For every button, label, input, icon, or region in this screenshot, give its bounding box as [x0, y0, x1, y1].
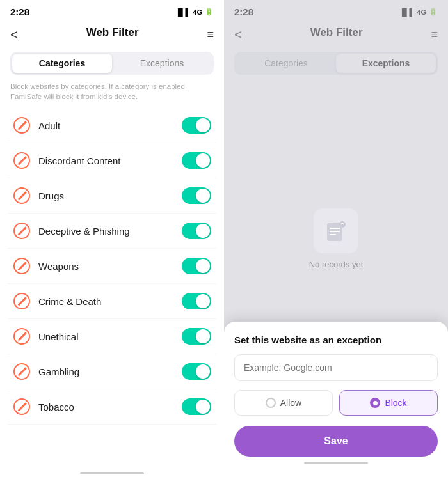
toggle-unethical[interactable] — [182, 328, 211, 345]
toggle-phishing[interactable] — [182, 223, 211, 239]
radio-allow[interactable]: Allow — [234, 390, 333, 416]
home-indicator-right — [234, 457, 438, 467]
radio-block[interactable]: Block — [339, 390, 438, 416]
sheet-title: Set this website as an exception — [234, 334, 438, 345]
radio-group: Allow Block — [234, 390, 438, 416]
list-item: Gambling — [8, 354, 216, 389]
category-list: Adult Discordant Content Drugs Deceptive… — [0, 108, 224, 467]
url-input[interactable] — [234, 354, 438, 381]
block-icon-discordant — [13, 152, 31, 169]
category-label-adult: Adult — [38, 120, 182, 131]
block-icon-adult — [13, 116, 31, 134]
signal-bars-left: ▐▌▌ — [175, 8, 190, 16]
category-label-crime: Crime & Death — [38, 296, 182, 307]
bottom-sheet: Set this website as an exception Allow B… — [224, 322, 448, 477]
category-label-phishing: Deceptive & Phishing — [38, 226, 182, 237]
page-title-left: Web Filter — [76, 24, 149, 45]
toggle-tobacco[interactable] — [182, 398, 211, 415]
tab-categories-left[interactable]: Categories — [12, 54, 112, 73]
list-item: Deceptive & Phishing — [8, 214, 216, 249]
category-label-weapons: Weapons — [38, 261, 182, 272]
network-type-left: 4G — [193, 8, 202, 16]
category-label-tobacco: Tobacco — [38, 402, 182, 412]
list-item: Discordant Content — [8, 143, 216, 178]
right-panel: 2:28 ▐▌▌ 4G 🔋 < Web Filter ≡ Categories … — [224, 0, 448, 477]
menu-button-left[interactable]: ≡ — [207, 28, 214, 42]
list-item: Tobacco — [8, 389, 216, 425]
left-panel: 2:28 ▐▌▌ 4G 🔋 < Web Filter ≡ Categories … — [0, 0, 224, 477]
block-icon-unethical — [13, 327, 31, 345]
time-left: 2:28 — [10, 6, 29, 17]
list-item: Crime & Death — [8, 284, 216, 319]
block-icon-tobacco — [13, 398, 31, 416]
svg-point-4 — [339, 221, 346, 228]
category-label-drugs: Drugs — [38, 191, 182, 201]
description-text: Block websites by categories. If a categ… — [0, 81, 224, 108]
radio-allow-label: Allow — [280, 398, 301, 408]
status-bar-left: 2:28 ▐▌▌ 4G 🔋 — [0, 0, 224, 21]
tab-switcher-left: Categories Exceptions — [10, 52, 214, 75]
nav-bar-left: < Web Filter ≡ — [0, 21, 224, 52]
toggle-gambling[interactable] — [182, 363, 211, 380]
no-records-text: No records yet — [309, 260, 364, 269]
save-button[interactable]: Save — [234, 426, 438, 457]
list-item: Weapons — [8, 249, 216, 284]
toggle-drugs[interactable] — [182, 187, 211, 204]
block-icon-gambling — [13, 363, 31, 380]
category-label-unethical: Unethical — [38, 331, 182, 342]
list-item: Adult — [8, 108, 216, 143]
block-icon-crime — [13, 292, 31, 310]
category-label-discordant: Discordant Content — [38, 155, 182, 166]
radio-block-label: Block — [385, 398, 406, 408]
radio-circle-allow — [266, 398, 276, 408]
list-item: Drugs — [8, 178, 216, 214]
toggle-discordant[interactable] — [182, 152, 211, 169]
no-records-icon — [314, 208, 358, 253]
home-indicator-left — [0, 467, 224, 477]
tab-exceptions-left[interactable]: Exceptions — [112, 54, 212, 73]
battery-icon-left: 🔋 — [205, 8, 214, 16]
category-label-gambling: Gambling — [38, 366, 182, 377]
list-item: Unethical — [8, 319, 216, 354]
block-icon-drugs — [13, 187, 31, 205]
block-icon-phishing — [13, 222, 31, 240]
radio-circle-block — [370, 398, 380, 408]
block-icon-weapons — [13, 257, 31, 275]
back-button-left[interactable]: < — [10, 27, 18, 42]
toggle-crime[interactable] — [182, 293, 211, 309]
status-icons-left: ▐▌▌ 4G 🔋 — [175, 8, 214, 16]
toggle-adult[interactable] — [182, 117, 211, 134]
toggle-weapons[interactable] — [182, 258, 211, 274]
